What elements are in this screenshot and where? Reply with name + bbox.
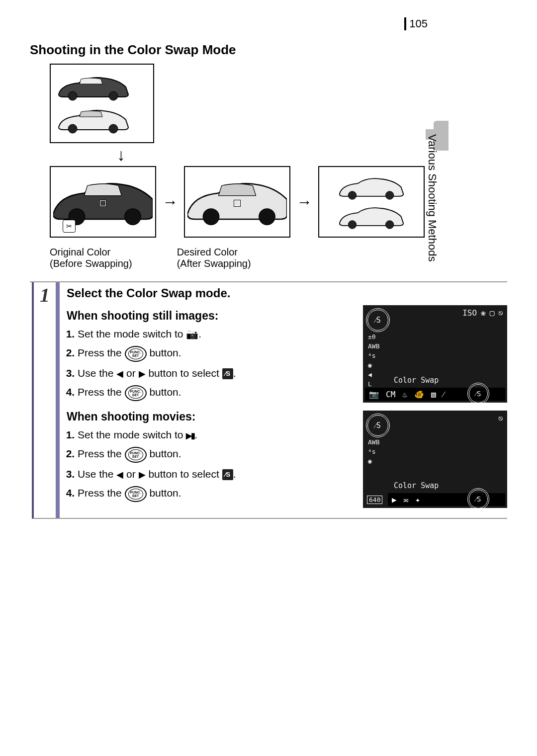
selected-mode-icon: ⁄S: [467, 488, 489, 510]
svg-point-1: [109, 91, 118, 100]
mode-label: Color Swap: [394, 376, 439, 385]
car-dark-icon: [54, 72, 133, 102]
selected-mode-icon: ⁄S: [467, 383, 489, 405]
result-box: [318, 166, 425, 238]
arrow-right-icon: →: [162, 193, 178, 211]
svg-point-6: [203, 209, 219, 225]
svg-point-5: [125, 209, 141, 225]
func-set-button-icon: FUNC.SET: [125, 447, 147, 463]
sampler-cursor-icon: [234, 200, 240, 206]
left-osd-stack: ±0AWBᴬs◉◀L: [368, 333, 379, 388]
caption-desired: Desired Color (After Swapping): [177, 247, 251, 269]
desired-color-box: [184, 166, 290, 238]
mode-icon-circle: ⁄S: [366, 414, 390, 437]
arrow-right-icon: [139, 367, 146, 379]
func-set-button-icon: FUNC.SET: [125, 486, 147, 502]
balloon-icon: ✂: [63, 220, 76, 233]
svg-point-7: [259, 209, 275, 225]
car-light-icon: [54, 105, 133, 135]
step-number: 1: [34, 282, 56, 518]
camera-screen-movie: ⁄S AWBᴬs◉ 640 ⎋ Color Swap ▶✉✦ ⁄S: [363, 411, 507, 508]
page-number: 105: [404, 17, 428, 30]
svg-point-11: [385, 221, 394, 229]
top-osd-icons: ⎋: [498, 414, 503, 423]
step-block-1: 1 Select the Color Swap mode. ⁄S ±0AWBᴬs…: [32, 282, 507, 519]
arrow-left-icon: [116, 468, 123, 480]
func-set-button-icon: FUNC.SET: [125, 385, 147, 401]
step-title: Select the Color Swap mode.: [67, 286, 507, 300]
arrow-right-icon: →: [296, 193, 312, 211]
camera-icon: [186, 328, 198, 339]
svg-point-9: [385, 191, 394, 200]
svg-point-0: [68, 91, 77, 100]
mode-label: Color Swap: [394, 481, 439, 490]
svg-point-2: [68, 124, 77, 133]
camera-screen-still: ⁄S ±0AWBᴬs◉◀L ISO❀▢⎋ Color Swap 📷CM♨🐠▧⁄ …: [363, 305, 507, 403]
func-set-button-icon: FUNC.SET: [125, 346, 147, 362]
arrow-right-icon: [139, 468, 146, 480]
svg-point-10: [348, 221, 357, 229]
left-osd-stack: AWBᴬs◉: [368, 438, 379, 465]
section-tab: Various Shooting Methods: [426, 129, 444, 261]
mode-icon-circle: ⁄S: [366, 308, 390, 332]
arrow-left-icon: [116, 367, 123, 379]
original-color-box: ✂: [50, 166, 156, 238]
result-car-b-icon: [329, 203, 414, 230]
section-heading: Shooting in the Color Swap Mode: [30, 42, 507, 58]
arrow-down-icon: ↓: [117, 146, 507, 163]
color-swap-movie-mode-icon: ⁄S: [222, 469, 233, 480]
result-car-a-icon: [329, 173, 414, 201]
camera-screen-previews: ⁄S ±0AWBᴬs◉◀L ISO❀▢⎋ Color Swap 📷CM♨🐠▧⁄ …: [363, 305, 507, 508]
top-osd-icons: ISO❀▢⎋: [462, 308, 503, 318]
svg-point-8: [348, 191, 357, 200]
svg-point-3: [109, 124, 118, 133]
color-swap-mode-icon: ⁄S: [222, 368, 233, 379]
resolution-badge: 640: [367, 496, 382, 504]
sampler-cursor-icon: [100, 200, 106, 206]
movie-icon: [186, 429, 194, 440]
source-image-box: [50, 64, 154, 143]
caption-original: Original Color (Before Swapping): [50, 247, 132, 269]
